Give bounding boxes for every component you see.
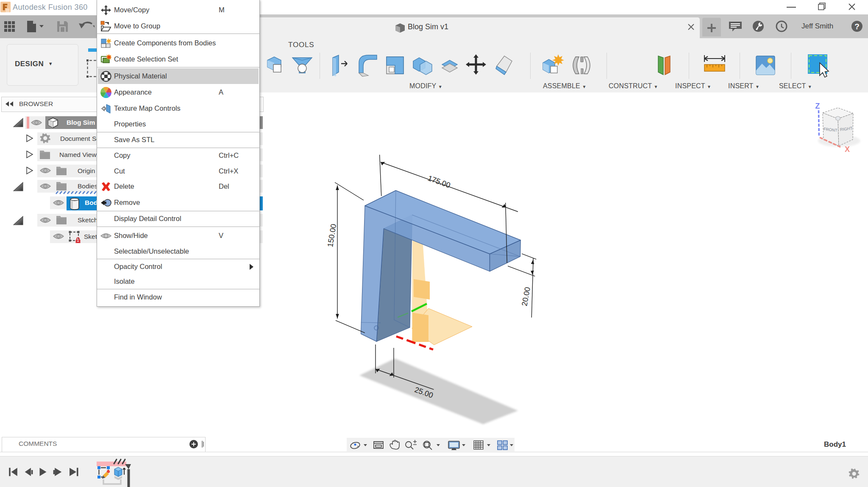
svg-text:150.00: 150.00 (326, 223, 338, 248)
svg-text:X: X (845, 145, 850, 154)
svg-text:Z: Z (815, 102, 820, 110)
svg-text:175.00: 175.00 (427, 174, 452, 190)
svg-text:20.00: 20.00 (520, 286, 532, 307)
